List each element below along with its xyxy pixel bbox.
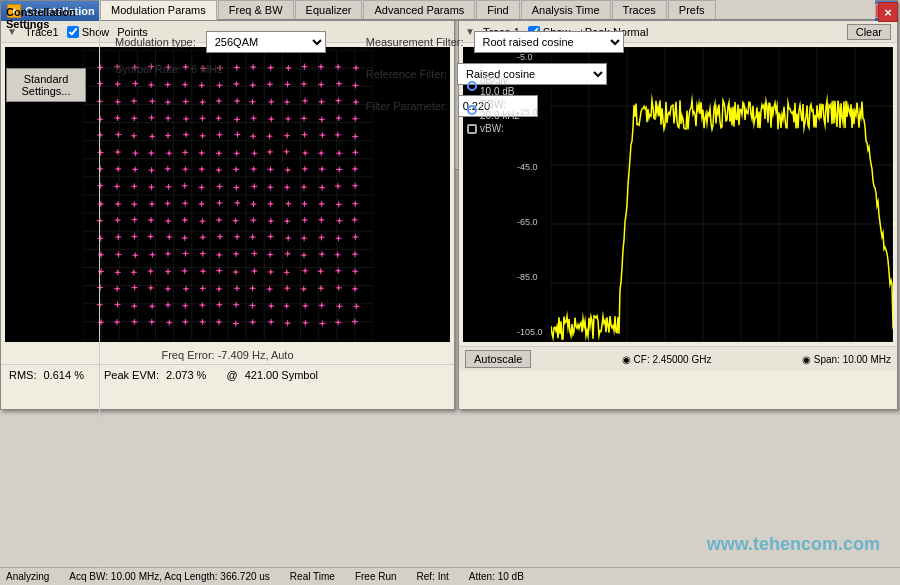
tab-bar: Modulation Params Freq & BW Equalizer Ad…	[100, 0, 875, 21]
rbw-row: RBW: 20.0 kHz	[467, 99, 519, 121]
status-acq-bw: Acq BW: 10.00 MHz, Acq Length: 366.720 u…	[69, 571, 270, 582]
status-bar: Analyzing Acq BW: 10.00 MHz, Acq Length:…	[0, 567, 900, 585]
dbdiv-radio[interactable]	[467, 81, 477, 91]
vbw-row: vBW:	[467, 123, 519, 134]
status-ref: Ref: Int	[417, 571, 449, 582]
status-real-time: Real Time	[290, 571, 335, 582]
tab-find[interactable]: Find	[476, 0, 519, 19]
rbw-label: RBW: 20.0 kHz	[480, 99, 519, 121]
mod-type-select[interactable]: 256QAM 64QAM 16QAM QPSK BPSK	[206, 31, 326, 53]
left-form-col: Modulation type: 256QAM 64QAM 16QAM QPSK…	[115, 31, 326, 127]
tab-freq-bw[interactable]: Freq & BW	[218, 0, 294, 19]
dbdiv-label: dB/div: 10.0 dB	[480, 75, 514, 97]
tab-analysis-time[interactable]: Analysis Time	[521, 0, 611, 19]
y-label-3: -65.0	[517, 217, 549, 227]
tab-advanced-params[interactable]: Advanced Params	[363, 0, 475, 19]
y-label-4: -85.0	[517, 272, 549, 282]
meas-filter-label: Measurement Filter:	[366, 36, 464, 48]
mod-type-label: Modulation type:	[115, 36, 196, 48]
filter-param-label: Filter Parameter:	[366, 100, 448, 112]
tab-prefs[interactable]: Prefs	[668, 0, 716, 19]
symbol-rate-label: Symbol Rate:	[115, 63, 181, 75]
status-free-run: Free Run	[355, 571, 397, 582]
tab-traces[interactable]: Traces	[612, 0, 667, 19]
vbw-checkbox[interactable]	[467, 124, 477, 134]
dbdiv-row: dB/div: 10.0 dB	[467, 75, 519, 97]
settings-close-button[interactable]: ×	[878, 2, 898, 22]
rbw-radio[interactable]	[467, 105, 477, 115]
y-label-0: -5.0	[517, 52, 549, 62]
symbol-rate-row: Symbol Rate: 6 MHz	[115, 63, 326, 75]
y-label-5: -105.0	[517, 327, 549, 337]
ref-filter-label: Reference Filter:	[366, 68, 447, 80]
settings-panel: ConstellationSettings StandardSettings..…	[0, 0, 895, 170]
standard-settings-button[interactable]: StandardSettings...	[6, 68, 86, 102]
mod-type-row: Modulation type: 256QAM 64QAM 16QAM QPSK…	[115, 31, 326, 53]
y-label-2: -45.0	[517, 162, 549, 172]
constellation-settings-label: ConstellationSettings	[6, 6, 93, 30]
spectrum-params: dB/div: 10.0 dB RBW: 20.0 kHz vBW:	[467, 75, 519, 134]
meas-filter-row: Measurement Filter: Root raised cosine R…	[366, 31, 624, 53]
settings-left-panel: ConstellationSettings StandardSettings..…	[0, 0, 100, 585]
vbw-label: vBW:	[480, 123, 504, 134]
symbol-rate-value: 6 MHz	[191, 63, 223, 75]
status-atten: Atten: 10 dB	[469, 571, 524, 582]
tab-equalizer[interactable]: Equalizer	[295, 0, 363, 19]
status-analyzing: Analyzing	[6, 571, 49, 582]
y-label-1: -25.0	[517, 107, 549, 117]
tab-modulation-params[interactable]: Modulation Params	[100, 0, 217, 20]
